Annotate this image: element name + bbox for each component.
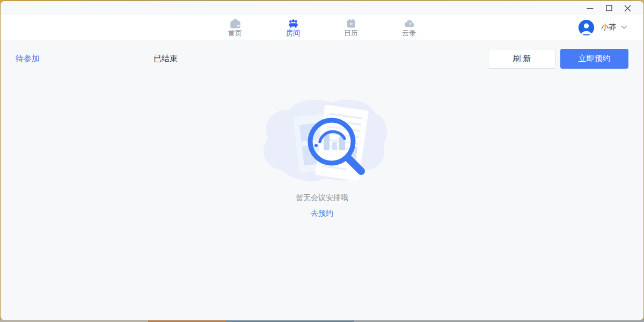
document-search-illustration	[252, 93, 392, 186]
nav-tab-label: 云录	[402, 29, 416, 37]
book-now-button[interactable]: 立即预约	[560, 49, 628, 69]
cloud-play-icon	[404, 18, 415, 28]
maximize-icon	[606, 5, 612, 11]
empty-state: 暂无会议安排哦 去预约	[1, 93, 643, 218]
close-button[interactable]	[618, 1, 637, 15]
empty-state-message: 暂无会议安排哦	[296, 193, 348, 203]
user-name: 小莽	[601, 23, 616, 32]
user-avatar-icon	[579, 20, 594, 35]
chevron-down-icon	[621, 25, 627, 30]
user-avatar	[579, 20, 594, 35]
filter-tab-ended[interactable]: 已结束	[153, 54, 178, 64]
nav-tab-label: 房间	[286, 29, 300, 37]
nav-tab-label: 首页	[228, 29, 242, 37]
meeting-filter-row: 待参加 已结束 刷 新 立即预约	[1, 40, 643, 69]
people-group-icon	[288, 18, 299, 28]
close-icon	[624, 5, 631, 12]
nav-tab-cloud-record[interactable]: 云录	[393, 18, 425, 37]
nav-tab-calendar[interactable]: 日历	[335, 18, 367, 37]
nav-tab-rooms[interactable]: 房间	[277, 18, 309, 37]
calendar-icon	[346, 18, 357, 28]
nav-tab-home[interactable]: 首页	[219, 18, 251, 37]
go-book-link[interactable]: 去预约	[311, 209, 333, 218]
title-bar	[1, 1, 643, 15]
nav-tab-group: 首页 房间 日历	[219, 18, 425, 37]
home-icon	[230, 18, 241, 28]
filter-tab-upcoming[interactable]: 待参加	[16, 54, 40, 64]
refresh-button[interactable]: 刷 新	[488, 49, 556, 69]
nav-tab-label: 日历	[344, 29, 358, 37]
minimize-button[interactable]	[581, 1, 599, 15]
minimize-icon	[587, 5, 594, 12]
app-window: 首页 房间 日历	[1, 1, 643, 320]
user-menu[interactable]: 小莽	[579, 15, 627, 40]
main-navigation: 首页 房间 日历	[1, 15, 643, 40]
maximize-button[interactable]	[599, 1, 618, 15]
